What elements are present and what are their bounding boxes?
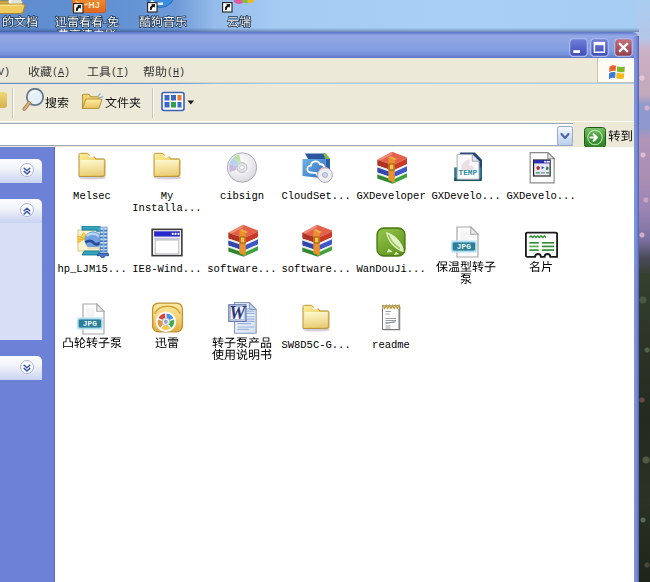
- svg-text:JPG: JPG: [457, 243, 471, 251]
- svg-text:W: W: [229, 303, 247, 323]
- svg-text:TEMP: TEMP: [459, 169, 478, 177]
- svg-text:JPG: JPG: [83, 320, 97, 328]
- svg-text:HJ: HJ: [88, 0, 100, 10]
